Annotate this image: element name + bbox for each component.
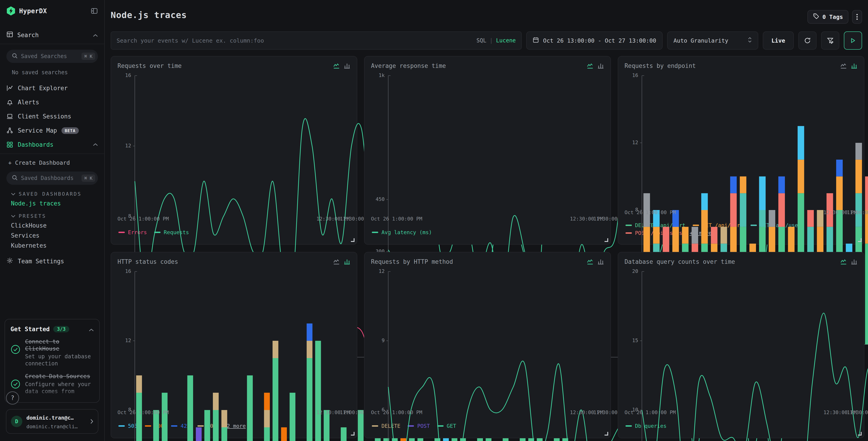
- calendar-icon: [533, 37, 539, 45]
- resize-handle[interactable]: [858, 432, 862, 436]
- chevron-up-icon[interactable]: [93, 32, 98, 38]
- sidebar-item-label: Dashboards: [18, 141, 54, 148]
- live-button[interactable]: Live: [763, 31, 794, 50]
- get-started-step[interactable]: Connect to ClickHouseSet up your databas…: [10, 338, 94, 368]
- filter-button[interactable]: [821, 31, 839, 50]
- chart-plot-area: 129630: [371, 268, 604, 409]
- resize-handle[interactable]: [604, 432, 608, 436]
- sidebar-bottom: Get Started 3/3 Connect to ClickHouseSet…: [0, 319, 104, 441]
- date-range-picker[interactable]: Oct 26 13:00:00 - Oct 27 13:00:00: [526, 31, 662, 50]
- more-menu-button[interactable]: [852, 10, 862, 24]
- chart-title: HTTP status codes: [118, 258, 178, 265]
- chart-explorer-icon: [6, 85, 13, 92]
- group-label-presets[interactable]: PRESETS: [0, 207, 104, 219]
- lucene-mode-toggle[interactable]: Lucene: [496, 37, 516, 44]
- y-tick-label: 16: [118, 72, 131, 78]
- dashboard-link-clickhouse[interactable]: ClickHouse: [0, 219, 104, 229]
- search-section-label: Search: [17, 32, 39, 38]
- beta-badge: BETA: [61, 127, 79, 134]
- sql-mode-toggle[interactable]: SQL: [476, 37, 486, 44]
- x-axis-labels: Oct 26 1:00:00 PM11:30:00 PM12:30:00 PM: [118, 216, 350, 223]
- granularity-select[interactable]: Auto Granularity: [667, 31, 758, 50]
- y-tick-label: 16: [118, 268, 131, 274]
- resize-handle[interactable]: [604, 238, 608, 242]
- shortcut-badge: ⌘ K: [82, 53, 95, 60]
- sidebar-item-service-map[interactable]: Service MapBETA: [0, 123, 104, 138]
- line-chart-icon[interactable]: [840, 62, 847, 69]
- sidebar-collapse-icon[interactable]: [91, 7, 98, 14]
- line-chart-icon[interactable]: [333, 258, 340, 265]
- chart-card-1: Requests over time1612840Oct 26 1:00:00 …: [111, 56, 357, 245]
- resize-handle[interactable]: [351, 238, 354, 242]
- x-axis-label: 12:30:00 PM: [316, 216, 350, 222]
- resize-handle[interactable]: [351, 432, 354, 436]
- line-chart-icon[interactable]: [840, 258, 847, 265]
- sidebar-item-alerts[interactable]: Alerts: [0, 95, 104, 109]
- sidebar-item-label: Alerts: [18, 99, 39, 106]
- chart-card-5: Requests by HTTP method129630Oct 26 1:00…: [364, 252, 611, 438]
- step-description: Set up your database connection: [25, 353, 94, 367]
- x-axis-label: Oct 26 1:00:00 PM: [625, 410, 676, 415]
- search-section-icon: [6, 31, 13, 39]
- tags-button[interactable]: 0 Tags: [807, 10, 848, 24]
- bar-chart-icon[interactable]: [851, 62, 858, 69]
- sidebar-section-search[interactable]: Search: [0, 26, 104, 44]
- chart-plot-area: 1k4503001500: [371, 72, 604, 215]
- search-placeholder: Search your events w/ Lucene ex. column:…: [117, 37, 472, 44]
- chevron-up-icon[interactable]: [89, 325, 94, 333]
- sidebar-item-chart-explorer[interactable]: Chart Explorer: [0, 81, 104, 95]
- y-tick-label: 1k: [371, 72, 384, 78]
- get-started-step[interactable]: Create Data SourcesConfigure where your …: [10, 373, 94, 395]
- search-icon: [12, 52, 18, 61]
- group-label-text: SAVED DASHBOARDS: [19, 191, 82, 197]
- x-axis-label: 12:30:00 PM: [824, 210, 857, 215]
- x-axis-labels: Oct 26 1:00:00 PM11:00:00 PM12:30:00 PM: [625, 210, 858, 217]
- user-account-button[interactable]: D dominic.tran@c… dominic.tran@cli…: [6, 409, 98, 434]
- dashboard-link-kubernetes[interactable]: Kubernetes: [0, 239, 104, 249]
- chart-plot-area: 1612840: [625, 72, 858, 209]
- group-label-saved-dashboards[interactable]: SAVED DASHBOARDS: [0, 185, 104, 197]
- chevron-right-icon: [90, 417, 93, 426]
- x-axis-labels: Oct 26 1:00:00 PM11:30:00 PM12:30:00 PM: [371, 216, 604, 223]
- bar-chart-icon[interactable]: [851, 258, 858, 265]
- avatar: D: [11, 416, 22, 427]
- chart-title: Average response time: [371, 62, 446, 69]
- saved-dashboards-placeholder: Saved Dashboards: [21, 175, 78, 181]
- chart-card-3: Requests by endpoint1612840Oct 26 1:00:0…: [618, 56, 864, 245]
- shortcut-badge: ⌘ K: [82, 175, 95, 182]
- sidebar-item-dashboards[interactable]: Dashboards: [0, 138, 104, 152]
- saved-dashboards-input[interactable]: Saved Dashboards ⌘ K: [6, 172, 98, 185]
- chart-type-toggle: [333, 258, 350, 265]
- x-axis-label: 12:30:00 PM: [570, 216, 603, 222]
- dashboards-icon: [6, 141, 13, 148]
- line-chart-icon[interactable]: [586, 258, 594, 265]
- resize-handle[interactable]: [858, 238, 862, 242]
- app-root: HyperDX Search Saved Searches ⌘ K No sav…: [0, 0, 868, 441]
- bar-chart-icon[interactable]: [344, 62, 350, 69]
- dashboard-link-node-js-traces[interactable]: Node.js traces: [0, 197, 104, 207]
- x-axis-labels: Oct 26 1:00:00 PM11:00:00 PM12:30:00 PM: [118, 410, 350, 417]
- line-chart-icon[interactable]: [333, 62, 340, 69]
- create-dashboard-button[interactable]: + Create Dashboard: [0, 154, 104, 166]
- sidebar-item-client-sessions[interactable]: Client Sessions: [0, 109, 104, 123]
- sidebar-item-label: Client Sessions: [18, 113, 71, 120]
- dashboard-link-services[interactable]: Services: [0, 229, 104, 239]
- chart-plot-area: 1612840: [118, 268, 350, 409]
- line-chart-icon[interactable]: [586, 62, 594, 69]
- bell-icon: [6, 99, 13, 106]
- run-query-button[interactable]: [844, 31, 862, 50]
- sidebar-item-team-settings[interactable]: Team Settings: [0, 249, 104, 273]
- play-icon: [850, 37, 856, 43]
- get-started-header[interactable]: Get Started 3/3: [10, 325, 94, 333]
- refresh-button[interactable]: [798, 31, 816, 50]
- help-button[interactable]: ?: [6, 391, 19, 405]
- saved-searches-input[interactable]: Saved Searches ⌘ K: [6, 50, 98, 63]
- toolbar: Search your events w/ Lucene ex. column:…: [111, 31, 862, 50]
- x-axis-label: Oct 26 1:00:00 PM: [371, 216, 422, 222]
- event-search-input[interactable]: Search your events w/ Lucene ex. column:…: [111, 31, 522, 50]
- step-title: Connect to ClickHouse: [25, 338, 94, 352]
- bar-chart-icon[interactable]: [597, 62, 604, 69]
- y-tick-label: 16: [625, 72, 638, 78]
- bar-chart-icon[interactable]: [597, 258, 604, 265]
- bar-chart-icon[interactable]: [344, 258, 350, 265]
